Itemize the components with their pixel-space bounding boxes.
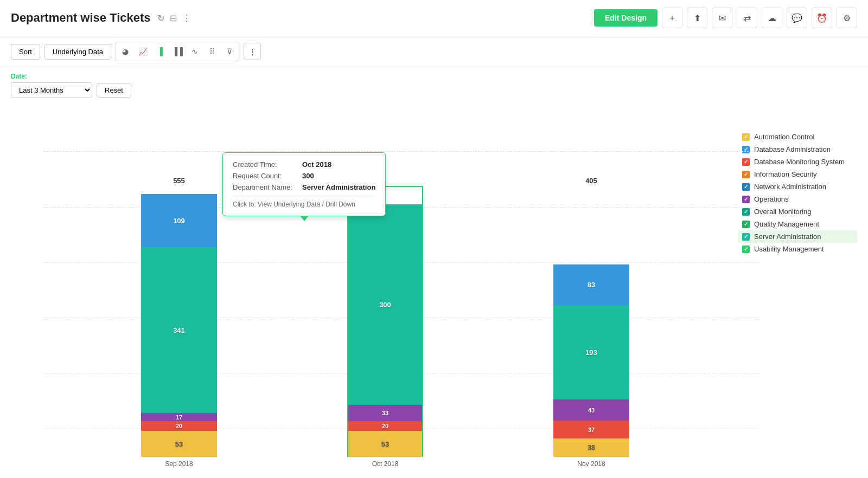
- settings-button[interactable]: ⚙: [837, 8, 857, 28]
- export-button[interactable]: ⬆: [687, 8, 707, 28]
- bar-label-nov: Nov 2018: [577, 460, 605, 468]
- tooltip-click-text: Click to: View Underlying Data / Drill D…: [233, 196, 375, 208]
- legend-label-automation: Automation Control: [754, 133, 814, 141]
- bar-segment-db-admin-nov[interactable]: 83: [553, 264, 629, 305]
- email-button[interactable]: ✉: [712, 8, 732, 28]
- bar-group-nov[interactable]: 405 83 193 43 37 38: [553, 177, 629, 468]
- tooltip-request-count-val: 300: [302, 172, 314, 180]
- filter-row: Last 3 Months Last 6 Months Last 12 Mont…: [11, 82, 857, 98]
- header: Department wise Tickets ↻ ⊟ ⋮ Edit Desig…: [0, 0, 868, 36]
- header-right: Edit Design ＋ ⬆ ✉ ⇄ ☁ 💬 ⏰ ⚙: [594, 8, 857, 28]
- line-chart-icon[interactable]: 📈: [135, 43, 151, 60]
- tooltip-key: Department Name:: [233, 183, 298, 191]
- tooltip-dept-name: Department Name: Server Administration: [233, 183, 375, 191]
- save-icon[interactable]: ⊟: [170, 13, 177, 23]
- bar-segment-ops[interactable]: 17: [141, 413, 217, 421]
- more-options-icon[interactable]: ⋮: [182, 13, 191, 23]
- bar-segment-auto-nov[interactable]: 38: [553, 438, 629, 457]
- legend-label-server-admin: Server Administration: [754, 232, 821, 241]
- tooltip-created-time-val: Oct 2018: [302, 160, 331, 169]
- bar-segment-server-nov[interactable]: 193: [553, 305, 629, 399]
- bar-segment-ops-oct[interactable]: 33: [348, 405, 422, 421]
- bar-stack-nov[interactable]: 83 193 43 37 38: [553, 186, 629, 457]
- area-chart-icon[interactable]: ∿: [187, 43, 203, 60]
- chart-container: Created Time: Oct 2018 Request Count: 30…: [11, 114, 727, 478]
- share-button[interactable]: ⇄: [737, 8, 757, 28]
- tooltip-created-time: Created Time: Oct 2018: [233, 160, 375, 169]
- legend-label-usability-mgmt: Usability Management: [754, 245, 824, 253]
- comment-button[interactable]: 💬: [787, 8, 807, 28]
- bar-segment-server-oct[interactable]: 300: [348, 204, 422, 405]
- bar-segment-db-mon-oct[interactable]: 20: [348, 421, 422, 431]
- legend-label-overall-monitoring: Overall Monitoring: [754, 208, 812, 216]
- bar-group-sep[interactable]: 555 109 341 17 20 53: [141, 177, 217, 468]
- more-chart-options-button[interactable]: ⋮: [244, 43, 261, 60]
- tooltip-dept-name-val: Server Administration: [302, 183, 375, 191]
- bar-label-sep: Sep 2018: [165, 460, 193, 468]
- tooltip-key: Created Time:: [233, 160, 298, 169]
- bar-group-oct[interactable]: 300 33 20 53 Oct 2018: [347, 175, 423, 468]
- chart-type-selector: ◕ 📈 ▐ ▐▐ ∿ ⠿ ⊽: [116, 42, 239, 61]
- filters-area: Date: Last 3 Months Last 6 Months Last 1…: [0, 67, 868, 104]
- legend-label-db-admin: Database Administration: [754, 145, 831, 153]
- header-left: Department wise Tickets ↻ ⊟ ⋮: [11, 11, 191, 25]
- sort-button[interactable]: Sort: [11, 44, 40, 60]
- bar-segment-server[interactable]: 341: [141, 247, 217, 413]
- bar-segment-db-mon[interactable]: 20: [141, 421, 217, 431]
- legend-label-info-sec: Information Security: [754, 170, 817, 178]
- bar-segment-db-admin[interactable]: 109: [141, 194, 217, 247]
- pie-chart-icon[interactable]: ◕: [117, 43, 133, 60]
- bar-total: 555: [173, 177, 185, 185]
- stacked-bar-icon[interactable]: ▐▐: [169, 43, 186, 60]
- tooltip: Created Time: Oct 2018 Request Count: 30…: [222, 152, 386, 216]
- toolbar: Sort Underlying Data ◕ 📈 ▐ ▐▐ ∿ ⠿ ⊽ ⋮: [0, 36, 868, 67]
- funnel-icon[interactable]: ⊽: [221, 43, 238, 60]
- date-filter-label: Date:: [11, 73, 857, 80]
- bar-stack-oct[interactable]: 300 33 20 53: [347, 186, 423, 457]
- scatter-icon[interactable]: ⠿: [204, 43, 220, 60]
- bar-stack-sep[interactable]: 109 341 17 20 53: [141, 186, 217, 457]
- reset-button[interactable]: Reset: [97, 83, 131, 98]
- bar-label-oct: Oct 2018: [372, 460, 399, 468]
- header-actions: ↻ ⊟ ⋮: [157, 13, 191, 23]
- page-title: Department wise Tickets: [11, 11, 151, 25]
- bar-segment-auto[interactable]: 53: [141, 431, 217, 457]
- tooltip-request-count: Request Count: 300: [233, 172, 375, 180]
- date-filter-select[interactable]: Last 3 Months Last 6 Months Last 12 Mont…: [11, 82, 92, 98]
- legend-label-db-monitoring: Database Monitoring System: [754, 158, 845, 166]
- bar-segment-auto-oct[interactable]: 53: [348, 431, 422, 457]
- upload-button[interactable]: ☁: [762, 8, 782, 28]
- add-button[interactable]: ＋: [662, 8, 682, 28]
- schedule-button[interactable]: ⏰: [812, 8, 832, 28]
- bar-segment-db-mon-nov[interactable]: 37: [553, 421, 629, 438]
- page: Department wise Tickets ↻ ⊟ ⋮ Edit Desig…: [0, 0, 868, 478]
- bar-segment-ops-nov[interactable]: 43: [553, 399, 629, 421]
- tooltip-key: Request Count:: [233, 172, 298, 180]
- underlying-data-button[interactable]: Underlying Data: [44, 44, 111, 60]
- refresh-icon[interactable]: ↻: [157, 13, 164, 23]
- legend-label-network-admin: Network Administration: [754, 183, 826, 191]
- legend-label-quality-mgmt: Quality Management: [754, 220, 819, 228]
- bar-chart-icon[interactable]: ▐: [152, 43, 168, 60]
- edit-design-button[interactable]: Edit Design: [594, 9, 658, 27]
- chart-area: Created Time: Oct 2018 Request Count: 30…: [0, 104, 868, 478]
